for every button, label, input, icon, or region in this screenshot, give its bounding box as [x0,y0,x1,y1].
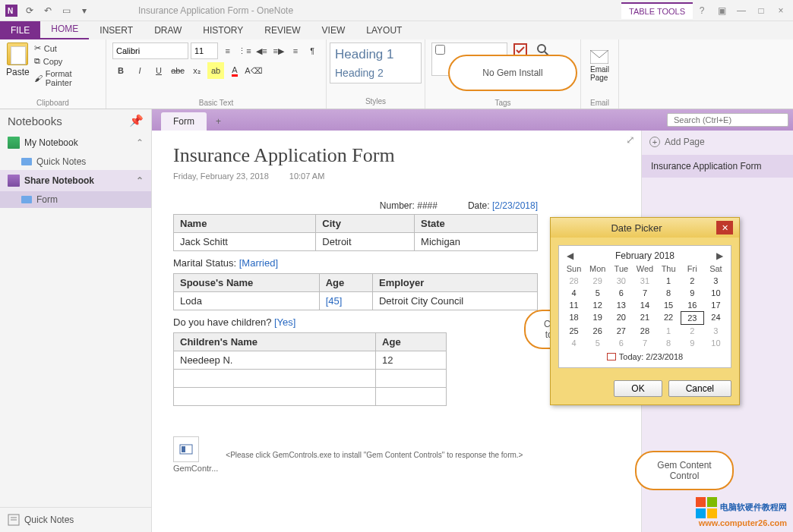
tab-history[interactable]: HISTORY [192,21,254,39]
page-list-item[interactable]: Insurance Application Form [642,155,793,178]
calendar-day[interactable]: 6 [609,287,633,299]
calendar-day[interactable]: 15 [657,299,681,311]
calendar-day[interactable]: 29 [586,275,609,287]
table-row[interactable] [174,388,447,406]
marital-value-link[interactable]: [Married] [239,257,278,269]
tab-file[interactable]: FILE [0,21,40,39]
minimize-icon[interactable]: — [732,3,750,18]
help-icon[interactable]: ? [693,3,711,18]
calendar-day[interactable]: 3 [704,275,728,287]
numbering-button[interactable]: ⋮≡ [237,42,251,59]
calendar-day[interactable]: 20 [609,311,633,325]
clear-formatting-button[interactable]: A⌫ [245,62,262,79]
calendar-day[interactable]: 5 [586,337,609,349]
today-label[interactable]: Today: 2/23/2018 [619,352,683,361]
calendar-day[interactable]: 30 [609,275,633,287]
prev-month-button[interactable]: ◀ [567,250,573,261]
tab-home[interactable]: HOME [40,20,89,39]
calendar-day[interactable]: 7 [633,337,656,349]
email-page-button[interactable]: Email Page [590,50,609,82]
calendar-day[interactable]: 9 [681,287,704,299]
maximize-icon[interactable]: □ [752,3,770,18]
calendar-day[interactable]: 21 [633,311,656,325]
customize-qat-icon[interactable]: ▾ [76,2,93,19]
font-size-select[interactable] [191,42,218,59]
calendar-day[interactable]: 16 [681,299,704,311]
calendar-day[interactable]: 11 [562,299,586,311]
table-row[interactable] [174,370,447,388]
underline-button[interactable]: U [150,62,167,79]
section-tab-form[interactable]: Form [161,112,207,131]
bold-button[interactable]: B [112,62,129,79]
children-answer-link[interactable]: [Yes] [274,316,295,328]
table-row[interactable]: Needeep N.12 [174,351,447,370]
calendar-day[interactable]: 2 [681,275,704,287]
calendar-day[interactable]: 8 [657,337,681,349]
section-quick-notes[interactable]: Quick Notes [0,153,151,170]
calendar-day[interactable]: 10 [704,337,728,349]
ok-button[interactable]: OK [614,380,662,397]
outdent-button[interactable]: ◀≡ [254,42,269,59]
calendar-day[interactable]: 17 [704,299,728,311]
calendar-day[interactable]: 12 [586,299,609,311]
tab-draw[interactable]: DRAW [144,21,192,39]
font-color-button[interactable]: A [226,62,243,79]
age-value-link[interactable]: [45] [319,292,372,310]
expand-icon[interactable]: ⤢ [626,134,635,146]
notebook-share-notebook[interactable]: Share Notebook ⌃ [0,170,151,191]
copy-button[interactable]: ⧉Copy [33,55,100,67]
calendar-day[interactable]: 4 [562,337,586,349]
highlight-button[interactable]: ab [207,62,224,79]
style-heading1[interactable]: Heading 1 [335,45,416,65]
calendar-day[interactable]: 8 [657,287,681,299]
cancel-button[interactable]: Cancel [668,380,731,397]
strikethrough-button[interactable]: abc [169,62,186,79]
tab-view[interactable]: VIEW [311,21,356,39]
calendar-day[interactable]: 14 [633,299,656,311]
onenote-app-icon[interactable]: N [3,2,20,19]
calendar-day[interactable]: 2 [681,325,704,337]
calendar-day[interactable]: 25 [562,325,586,337]
search-input[interactable] [667,113,788,127]
indent-button[interactable]: ≡▶ [271,42,286,59]
calendar-day[interactable]: 10 [704,287,728,299]
italic-button[interactable]: I [131,62,148,79]
dock-icon[interactable]: ▭ [58,2,74,19]
align-button[interactable]: ≡ [288,42,302,59]
cut-button[interactable]: ✂Cut [33,42,100,54]
tab-layout[interactable]: LAYOUT [355,21,412,39]
calendar-day[interactable]: 13 [609,299,633,311]
date-picker-close-button[interactable]: ✕ [716,221,733,235]
calendar-day[interactable]: 28 [562,275,586,287]
table-row[interactable]: Loda[45]Detroit City Council [174,292,538,310]
calendar-day[interactable]: 31 [633,275,656,287]
calendar-day[interactable]: 23 [681,311,704,325]
format-painter-button[interactable]: 🖌Format Painter [33,68,100,88]
calendar-day[interactable]: 1 [657,325,681,337]
add-page-button[interactable]: +Add Page [642,131,793,153]
calendar-day[interactable]: 9 [681,337,704,349]
calendar-day[interactable]: 22 [657,311,681,325]
style-heading2[interactable]: Heading 2 [335,65,416,81]
pin-icon[interactable]: 📌 [129,114,144,127]
undo-icon[interactable]: ↶ [39,2,56,19]
tab-review[interactable]: REVIEW [254,21,311,39]
paragraph-button[interactable]: ¶ [305,42,320,59]
notebook-my-notebook[interactable]: My Notebook ⌃ [0,132,151,153]
sync-icon[interactable]: ⟳ [21,2,38,19]
calendar-day[interactable]: 6 [609,337,633,349]
subscript-button[interactable]: x₂ [188,62,205,79]
calendar-day[interactable]: 4 [562,287,586,299]
bullets-button[interactable]: ≡ [220,42,235,59]
page-title[interactable]: Insurance Application Form [173,144,620,167]
calendar-day[interactable]: 7 [633,287,656,299]
gemcontrols-file-icon[interactable] [173,436,199,462]
tab-insert[interactable]: INSERT [89,21,144,39]
styles-gallery[interactable]: Heading 1 Heading 2 [330,42,422,83]
ribbon-options-icon[interactable]: ▣ [712,3,731,18]
add-section-button[interactable]: + [208,112,229,131]
date-value-link[interactable]: [2/23/2018] [492,200,538,211]
quick-notes-footer-button[interactable]: Quick Notes [0,507,151,532]
calendar-day[interactable]: 27 [609,325,633,337]
calendar-day[interactable]: 24 [704,311,728,325]
